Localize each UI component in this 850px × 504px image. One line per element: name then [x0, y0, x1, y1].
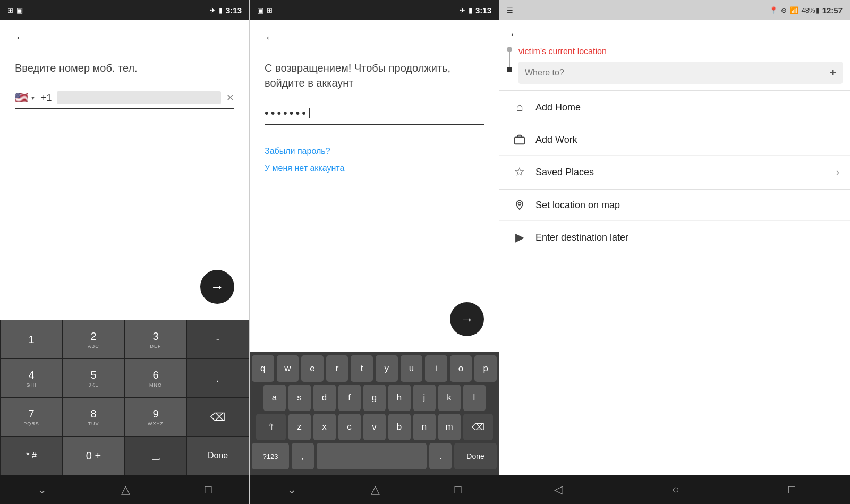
menu-item-add-work[interactable]: Add Work — [499, 124, 850, 156]
briefcase-icon — [510, 134, 529, 146]
nav-recents-icon-3[interactable]: □ — [788, 483, 795, 497]
key-dot[interactable]: . — [187, 359, 249, 397]
key-space-qwerty[interactable]: ⎵ — [317, 443, 427, 469]
key-z[interactable]: z — [288, 414, 311, 440]
phone-number-blurred[interactable] — [57, 91, 221, 104]
route-line-segment — [509, 52, 510, 67]
qwerty-grid: q w e r t y u i o p a s d f g h j k — [250, 352, 499, 475]
key-4[interactable]: 4GHI — [1, 359, 62, 397]
airplane-icon-1: ✈ — [210, 6, 216, 14]
key-a[interactable]: a — [264, 385, 286, 411]
key-0-plus[interactable]: 0 + — [63, 437, 124, 475]
key-comma[interactable]: , — [292, 443, 314, 469]
password-content-area: ← С возвращением! Чтобы продолжить, войд… — [250, 20, 499, 352]
key-backspace-qwerty[interactable]: ⌫ — [463, 414, 493, 440]
menu-label-saved-places: Saved Places — [536, 167, 836, 178]
no-account-link[interactable]: У меня нет аккаунта — [265, 164, 484, 173]
key-s[interactable]: s — [288, 385, 311, 411]
key-8[interactable]: 8TUV — [63, 398, 124, 436]
where-to-row[interactable]: + — [518, 62, 843, 84]
key-p[interactable]: p — [474, 355, 497, 382]
key-6[interactable]: 6MNO — [125, 359, 186, 397]
uber-destination-content: ← victim's current location + ⌂ Add Home — [499, 20, 850, 475]
key-j[interactable]: j — [413, 385, 436, 411]
wifi-icon: 📶 — [790, 6, 798, 14]
key-9[interactable]: 9WXYZ — [125, 398, 186, 436]
key-h[interactable]: h — [388, 385, 411, 411]
nav-back-icon-3[interactable]: ◁ — [554, 483, 563, 497]
battery-icon-2: ▮ — [469, 6, 472, 14]
menu-item-saved-places[interactable]: ☆ Saved Places › — [499, 156, 850, 189]
key-u[interactable]: u — [401, 355, 423, 382]
key-done-1[interactable]: Done — [187, 437, 249, 475]
route-dot-dest — [507, 67, 512, 72]
status-icon-img-2: ▣ — [257, 6, 264, 14]
nav-recents-icon-1[interactable]: □ — [205, 483, 212, 497]
key-star-hash[interactable]: * # — [1, 437, 62, 475]
key-backspace[interactable]: ⌫ — [187, 398, 249, 436]
status-bar-left-2: ▣ ⊞ — [257, 6, 273, 14]
key-x[interactable]: x — [313, 414, 336, 440]
submit-button-2[interactable]: → — [450, 302, 484, 336]
key-f[interactable]: f — [338, 385, 361, 411]
key-g[interactable]: g — [363, 385, 386, 411]
menu-label-set-location: Set location on map — [536, 200, 839, 211]
panel-uber-destination: ☰ 📍 ⊖ 📶 48%▮ 12:57 ← victim's current lo… — [499, 0, 850, 504]
menu-item-enter-later[interactable]: ▶ Enter destination later — [499, 221, 850, 254]
key-symbols[interactable]: ?123 — [252, 443, 289, 469]
key-space[interactable]: ⎵ — [125, 437, 186, 475]
menu-item-set-location[interactable]: Set location on map — [499, 190, 850, 221]
key-r[interactable]: r — [326, 355, 348, 382]
back-button-1[interactable]: ← — [15, 31, 31, 45]
chevron-icon-saved-places: › — [836, 167, 839, 178]
key-o[interactable]: o — [450, 355, 472, 382]
numpad-grid: 1 2ABC 3DEF - 4GHI 5JKL 6MNO . 7PQRS 8TU… — [0, 320, 249, 475]
key-e[interactable]: e — [301, 355, 324, 382]
key-period[interactable]: . — [429, 443, 452, 469]
menu-label-add-home: Add Home — [536, 102, 839, 113]
key-5[interactable]: 5JKL — [63, 359, 124, 397]
key-q[interactable]: q — [252, 355, 274, 382]
key-y[interactable]: y — [376, 355, 398, 382]
clear-phone-button[interactable]: ✕ — [226, 92, 234, 104]
key-k[interactable]: k — [438, 385, 461, 411]
key-3[interactable]: 3DEF — [125, 320, 186, 358]
key-d[interactable]: d — [313, 385, 336, 411]
star-icon: ☆ — [510, 165, 529, 179]
nav-home-icon-2[interactable]: △ — [371, 483, 380, 497]
key-w[interactable]: w — [277, 355, 299, 382]
submit-button-1[interactable]: → — [200, 270, 234, 304]
nav-back-icon-2[interactable]: ⌄ — [287, 483, 296, 497]
back-button-3[interactable]: ← — [509, 28, 521, 41]
phone-input-row[interactable]: 🇺🇸 ▼ +1 ✕ — [15, 91, 234, 109]
key-done-2[interactable]: Done — [454, 443, 497, 469]
menu-item-add-home[interactable]: ⌂ Add Home — [499, 91, 850, 124]
current-location-label: victim's current location — [518, 45, 843, 58]
key-l[interactable]: l — [463, 385, 486, 411]
where-to-input[interactable] — [525, 68, 829, 78]
status-icon-grid: ⊞ — [7, 6, 13, 14]
key-c[interactable]: c — [338, 414, 361, 440]
key-n[interactable]: n — [413, 414, 436, 440]
nav-home-icon-3[interactable]: ○ — [672, 483, 679, 497]
cursor-blink — [309, 108, 310, 118]
key-2[interactable]: 2ABC — [63, 320, 124, 358]
nav-back-icon-1[interactable]: ⌄ — [37, 483, 47, 497]
key-1[interactable]: 1 — [1, 320, 62, 358]
flag-selector[interactable]: 🇺🇸 ▼ — [15, 91, 36, 104]
plus-button[interactable]: + — [829, 66, 836, 80]
nav-recents-icon-2[interactable]: □ — [455, 483, 462, 497]
key-t[interactable]: t — [351, 355, 373, 382]
key-7[interactable]: 7PQRS — [1, 398, 62, 436]
key-v[interactable]: v — [363, 414, 386, 440]
forgot-password-link[interactable]: Забыли пароль? — [265, 147, 484, 156]
password-input-row[interactable]: ••••••• — [265, 106, 484, 125]
key-dash[interactable]: - — [187, 320, 249, 358]
back-button-2[interactable]: ← — [265, 31, 280, 45]
key-b[interactable]: b — [388, 414, 411, 440]
key-m[interactable]: m — [438, 414, 461, 440]
qwerty-row-1: q w e r t y u i o p — [252, 355, 497, 382]
key-shift[interactable]: ⇧ — [256, 414, 286, 440]
key-i[interactable]: i — [425, 355, 447, 382]
nav-home-icon-1[interactable]: △ — [121, 483, 130, 497]
